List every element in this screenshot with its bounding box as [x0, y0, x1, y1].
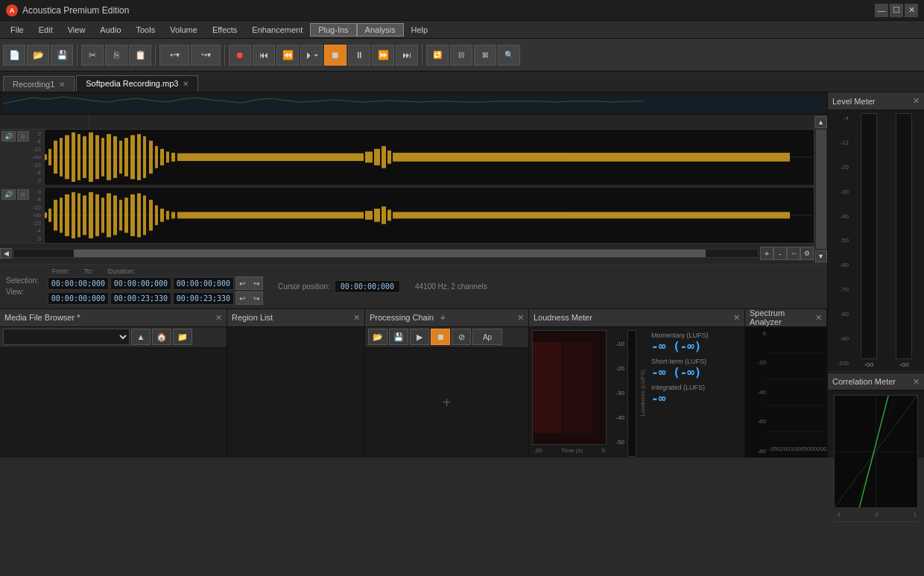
scroll-track[interactable]: [13, 249, 759, 258]
tab-recording1[interactable]: Recording1 ✕: [3, 76, 75, 92]
zoom-button[interactable]: 🔍: [498, 45, 520, 66]
lm-y-label: Loudness (LUFS): [638, 330, 647, 457]
processing-chain-close[interactable]: ✕: [517, 313, 524, 323]
new-button[interactable]: 📄: [3, 45, 25, 66]
browse-home-btn[interactable]: 🏠: [152, 329, 171, 345]
vscroll-up[interactable]: ▲: [815, 116, 827, 128]
channel-2-waveform[interactable]: [45, 188, 814, 243]
menu-view[interactable]: View: [60, 24, 93, 36]
menu-file[interactable]: File: [3, 24, 31, 36]
zoom-in-btn[interactable]: +: [760, 247, 773, 260]
normalize-button[interactable]: ⊠: [474, 45, 496, 66]
view-undo[interactable]: ↩: [235, 291, 249, 305]
chain-add-icon[interactable]: +: [443, 394, 452, 411]
window-controls: — ☐ ✕: [875, 4, 918, 17]
chain-play-btn[interactable]: ▶: [410, 329, 429, 345]
forward-button[interactable]: ⏩: [372, 45, 394, 66]
browse-newfolder-btn[interactable]: 📁: [173, 329, 192, 345]
media-browser-close[interactable]: ✕: [215, 313, 222, 323]
menu-audio[interactable]: Audio: [92, 24, 128, 36]
redo-button[interactable]: ↪▾: [191, 45, 221, 66]
minimize-button[interactable]: —: [875, 4, 888, 17]
chain-open-btn[interactable]: 📂: [368, 329, 387, 345]
loop-button[interactable]: 🔁: [426, 45, 449, 66]
pause-button[interactable]: ⏸: [348, 45, 370, 66]
svg-rect-35: [45, 212, 47, 218]
directory-select[interactable]: [3, 329, 130, 345]
menu-effects[interactable]: Effects: [205, 24, 244, 36]
media-browser-header: Media File Browser * ✕: [0, 309, 227, 327]
stop-button[interactable]: ⏹: [324, 45, 346, 66]
tab-softpedia[interactable]: Softpedia Recording.mp3 ✕: [76, 75, 198, 92]
zoom-out-btn[interactable]: -: [773, 247, 787, 260]
undo-button[interactable]: ↩▾: [159, 45, 189, 66]
record-button[interactable]: ⏺: [229, 45, 251, 66]
next-button[interactable]: ⏭: [396, 45, 418, 66]
ch2-expand[interactable]: ⊕: [17, 189, 29, 200]
channel-1-waveform[interactable]: [45, 130, 814, 185]
level-meter-title: Level Meter: [832, 97, 875, 106]
level-meter-panel: Level Meter ✕ -4 -12 -20 -30 -40 -50 -60…: [827, 92, 924, 458]
level-meter-close[interactable]: ✕: [913, 96, 920, 106]
menu-volume[interactable]: Volume: [162, 24, 205, 36]
svg-rect-31: [387, 151, 391, 164]
file-list[interactable]: [0, 348, 227, 458]
maximize-button[interactable]: ☐: [890, 4, 903, 17]
lm-scale-10: -10: [608, 341, 624, 347]
sa-y-0: 0: [747, 330, 766, 337]
cut-button[interactable]: ✂: [81, 45, 104, 66]
waveform-channels[interactable]: 🔊 ⊕ 0 -4 -10 -oo -10 -4 0: [0, 130, 814, 243]
svg-rect-5: [48, 149, 51, 165]
tab-softpedia-close[interactable]: ✕: [183, 80, 189, 88]
correlation-meter-close[interactable]: ✕: [913, 377, 920, 387]
menu-tools[interactable]: Tools: [129, 24, 163, 36]
vscroll-thumb[interactable]: [816, 130, 826, 249]
scroll-thumb[interactable]: [74, 250, 706, 257]
view-redo[interactable]: ↪: [250, 291, 263, 305]
svg-rect-54: [155, 205, 158, 225]
paste-button[interactable]: 📋: [129, 45, 151, 66]
tab-recording1-close[interactable]: ✕: [59, 80, 65, 89]
chain-ap-btn[interactable]: Ap: [472, 329, 502, 345]
waveform-vscrollbar[interactable]: ▲ ▼: [814, 115, 827, 264]
loudness-meter-close[interactable]: ✕: [733, 313, 740, 323]
save-button[interactable]: 💾: [51, 45, 73, 66]
toolbar-sep-2: [155, 45, 156, 66]
spectrum-analyzer-title: Spectrum Analyzer: [750, 309, 812, 327]
scroll-left-btn[interactable]: ◀: [0, 248, 12, 259]
lm-bar: [627, 330, 636, 457]
rewind-button[interactable]: ⏪: [276, 45, 299, 66]
chain-save-btn[interactable]: 💾: [389, 329, 408, 345]
trim-button[interactable]: ⊟: [450, 45, 472, 66]
close-button[interactable]: ✕: [905, 4, 918, 17]
ls-20: -20: [832, 164, 849, 171]
ch1-expand[interactable]: ⊕: [17, 131, 29, 142]
correlation-meter-header: Correlation Meter ✕: [828, 373, 924, 390]
zoom-fit-btn[interactable]: ↔: [787, 247, 800, 260]
overview-waveform[interactable]: [3, 95, 824, 113]
ls-90: -90: [832, 335, 849, 342]
prev-button[interactable]: ⏮: [253, 45, 275, 66]
copy-button[interactable]: ⎘: [105, 45, 127, 66]
chain-clear-btn[interactable]: ⊘: [452, 329, 471, 345]
selection-undo[interactable]: ↩: [235, 276, 249, 290]
zoom-options-btn[interactable]: ⚙: [800, 247, 814, 260]
region-list-close[interactable]: ✕: [353, 313, 360, 323]
open-button[interactable]: 📂: [27, 45, 49, 66]
menu-help[interactable]: Help: [404, 24, 436, 36]
chain-stop-btn[interactable]: ⏹: [431, 329, 450, 345]
spectrum-analyzer-close[interactable]: ✕: [815, 313, 822, 323]
browse-up-btn[interactable]: ▲: [131, 329, 151, 345]
menu-edit[interactable]: Edit: [31, 24, 60, 36]
vscroll-down[interactable]: ▼: [815, 250, 827, 262]
chain-content[interactable]: +: [365, 348, 528, 458]
selection-redo[interactable]: ↪: [250, 276, 263, 290]
view-dur-display: 00:00:23;330: [173, 292, 234, 305]
menu-enhancement[interactable]: Enhancement: [244, 24, 310, 36]
play-button[interactable]: ⏵▾: [300, 45, 323, 66]
processing-chain-panel: Processing Chain + ✕ 📂 💾 ▶ ⏹ ⊘ Ap +: [365, 309, 529, 458]
processing-chain-add[interactable]: +: [440, 311, 446, 323]
menu-plugins[interactable]: Plug-Ins: [310, 23, 356, 37]
left-level-val: -oo: [864, 361, 873, 368]
menu-analysis[interactable]: Analysis: [357, 23, 404, 37]
